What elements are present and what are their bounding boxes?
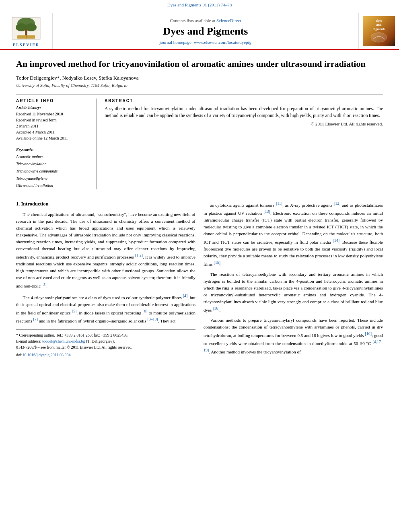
ref-1-2[interactable]: [1,2] xyxy=(135,253,143,257)
logo-line-1: dyes xyxy=(376,19,382,23)
ref-16b[interactable]: [16] xyxy=(365,331,372,336)
article-history-label: Article history: xyxy=(16,105,90,110)
right-para-2: The reaction of tetracyanoethylene with … xyxy=(204,271,383,314)
received2-date: 2 March 2011 xyxy=(16,123,90,129)
body-columns: 1. Introduction The chemical application… xyxy=(16,200,383,359)
ref-4-17-19[interactable]: [4,17–19] xyxy=(204,339,383,352)
footnote-area: * Corresponding author. Tel.: +359 2 816… xyxy=(16,329,195,358)
logo-decoration-icon xyxy=(369,31,389,43)
doi-line: doi:10.1016/j.dyepig.2011.03.004 xyxy=(16,352,195,358)
elsevier-logo: ELSEVIER xyxy=(10,15,42,47)
available-online: Available online 12 March 2011 xyxy=(16,135,90,141)
keyword-3: Tricyanovinyl compounds xyxy=(16,168,90,175)
sciencedirect-line: Contents lists available at ScienceDirec… xyxy=(170,18,241,23)
sciencedirect-link[interactable]: ScienceDirect xyxy=(216,18,241,23)
right-para-1: as cytotoxic agents against tumours [11]… xyxy=(204,200,383,268)
ref-11[interactable]: [11] xyxy=(276,201,282,205)
right-para-3: Various methods to prepare tricyanovinyl… xyxy=(204,317,383,355)
ref-12[interactable]: [12] xyxy=(334,201,341,205)
left-body-col: 1. Introduction The chemical application… xyxy=(16,200,195,359)
header-right: dyes and Pigments xyxy=(359,13,399,49)
ref-7[interactable]: [7] xyxy=(33,317,38,321)
email-label: E-mail address: xyxy=(16,339,41,343)
divider-2 xyxy=(16,196,383,196)
abstract-text: A synthetic method for tricyanovinylatio… xyxy=(105,105,383,119)
keywords-list: Aromatic amines Tricyanovinylation Tricy… xyxy=(16,153,90,189)
journal-title-main: Dyes and Pigments xyxy=(163,25,248,37)
abstract-col: ABSTRACT A synthetic method for tricyano… xyxy=(105,99,383,189)
keyword-1: Aromatic amines xyxy=(16,153,90,160)
ref-8-10[interactable]: [8–10] xyxy=(147,317,158,321)
affiliation: University of Sofia, Faculty of Chemistr… xyxy=(16,83,383,88)
corresponding-author: * Corresponding author. Tel.: +359 2 816… xyxy=(16,332,195,338)
logo-line-2: and xyxy=(376,23,382,27)
ref-3[interactable]: [3] xyxy=(42,282,47,286)
intro-para-2: The 4-tricyanovinylarlyamines are a clas… xyxy=(16,293,195,325)
article-title: An improved method for tricyanovinilatio… xyxy=(16,58,383,70)
elsevier-tree-icon xyxy=(10,15,42,41)
svg-point-7 xyxy=(371,33,387,42)
ref-6[interactable]: [6] xyxy=(143,309,148,313)
keyword-5: Ultrasound irradiation xyxy=(16,182,90,189)
journal-logo-box: dyes and Pigments xyxy=(363,16,395,46)
authors: Todor Deligeorgiev*, Nedyalko Lesev, Ste… xyxy=(16,75,383,81)
header-section: ELSEVIER Contents lists available at Sci… xyxy=(0,9,399,50)
keyword-2: Tricyanovinylation xyxy=(16,160,90,168)
svg-rect-4 xyxy=(25,29,27,36)
ref-5[interactable]: [5] xyxy=(72,309,77,313)
keyword-4: Tetracyanoethylene xyxy=(16,175,90,182)
ref-4[interactable]: [4] xyxy=(183,294,188,298)
intro-para-1: The chemical applications of ultrasound,… xyxy=(16,211,195,290)
ref-16[interactable]: [16] xyxy=(213,306,220,310)
issn-line: 0143-7208/$ – see front matter © 2011 El… xyxy=(16,344,195,350)
logo-line-3: Pigments xyxy=(372,27,385,31)
journal-ref-text: Dyes and Pigments 91 (2011) 74–78 xyxy=(167,2,232,7)
doi-label: doi: xyxy=(16,353,23,357)
accepted: Accepted 4 March 2011 xyxy=(16,129,90,135)
ref-15[interactable]: [15] xyxy=(214,260,220,265)
elsevier-label: ELSEVIER xyxy=(13,43,40,47)
journal-ref-bar: Dyes and Pigments 91 (2011) 74–78 xyxy=(0,0,399,9)
journal-homepage: journal homepage: www.elsevier.com/locat… xyxy=(160,40,251,45)
divider-1 xyxy=(16,94,383,94)
right-body-col: as cytotoxic agents against tumours [11]… xyxy=(204,200,383,359)
header-left: ELSEVIER xyxy=(0,13,52,49)
sciencedirect-text: Contents lists available at xyxy=(170,18,215,23)
email-link[interactable]: toddel@chem.uni-sofia.bg xyxy=(42,339,85,343)
ref-13[interactable]: [13] xyxy=(263,209,270,214)
received1: Received 11 November 2010 xyxy=(16,111,90,117)
doi-link[interactable]: 10.1016/j.dyepig.2011.03.004 xyxy=(23,353,71,357)
abstract-title: ABSTRACT xyxy=(105,99,383,103)
introduction-heading: 1. Introduction xyxy=(16,200,195,208)
email-line: E-mail address: toddel@chem.uni-sofia.bg… xyxy=(16,338,195,344)
article-info-title: ARTICLE INFO xyxy=(16,99,90,103)
copyright-line: © 2011 Elsevier Ltd. All rights reserved… xyxy=(105,121,383,126)
email-name: (T. Deligeorgiev). xyxy=(86,339,115,343)
article-info-col: ARTICLE INFO Article history: Received 1… xyxy=(16,99,97,189)
keywords-label: Keywords: xyxy=(16,148,90,152)
ref-14[interactable]: [14] xyxy=(333,238,339,242)
received2: Received in revised form xyxy=(16,117,90,123)
info-abstract-row: ARTICLE INFO Article history: Received 1… xyxy=(16,99,383,189)
header-center: Contents lists available at ScienceDirec… xyxy=(52,13,359,49)
page-wrapper: Dyes and Pigments 91 (2011) 74–78 ELSEVI… xyxy=(0,0,399,532)
content-area: An improved method for tricyanovinilatio… xyxy=(0,50,399,367)
